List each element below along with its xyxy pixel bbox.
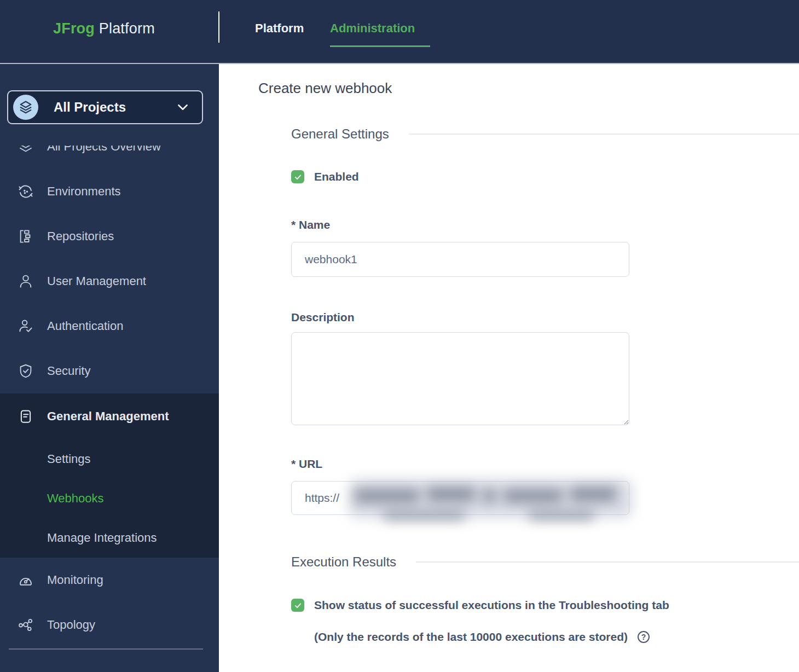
document-icon	[16, 407, 35, 426]
sidebar-item-general-management[interactable]: General Management	[0, 393, 219, 439]
tab-platform[interactable]: Platform	[255, 21, 304, 36]
webhook-form: General Settings Enabled * Name Descript…	[291, 126, 799, 645]
sidebar-item-monitoring[interactable]: Monitoring	[0, 558, 219, 603]
description-label: Description	[291, 310, 799, 325]
project-selector-label: All Projects	[54, 100, 126, 115]
user-check-icon	[16, 317, 35, 335]
general-management-section: General Management Settings Webhooks Man…	[0, 393, 219, 558]
section-title: Execution Results	[291, 554, 396, 570]
all-projects-avatar	[13, 95, 38, 120]
sidebar-item-label: General Management	[47, 409, 169, 424]
tab-active-underline	[330, 45, 430, 47]
enabled-label: Enabled	[314, 170, 359, 183]
sidebar-item-label: Environments	[47, 184, 121, 199]
enabled-row: Enabled	[291, 170, 799, 183]
project-selector[interactable]: All Projects	[7, 90, 203, 124]
tab-administration[interactable]: Administration	[330, 21, 415, 36]
url-field-wrapper	[291, 481, 629, 515]
sidebar-scroll-clip: All Projects Overview	[0, 146, 219, 160]
sidebar-item-webhooks[interactable]: Webhooks	[0, 479, 219, 518]
section-title: General Settings	[291, 126, 389, 142]
show-status-row: Show status of successful executions in …	[291, 599, 799, 612]
repositories-icon	[16, 227, 35, 246]
gauge-icon	[16, 571, 35, 589]
execution-note-row: (Only the records of the last 10000 exec…	[291, 629, 799, 645]
help-icon[interactable]: ?	[638, 631, 650, 643]
admin-sidebar: All Projects All Projects Overview	[0, 64, 219, 672]
sidebar-item-settings[interactable]: Settings	[0, 439, 219, 479]
sidebar-item-security[interactable]: Security	[0, 349, 219, 393]
name-label: * Name	[291, 218, 799, 232]
sidebar-item-label: User Management	[47, 274, 146, 288]
section-divider	[409, 134, 799, 135]
sidebar-item-label: Repositories	[47, 229, 114, 244]
execution-results-section-header: Execution Results	[291, 554, 799, 570]
check-icon	[293, 172, 303, 182]
sidebar-item-authentication[interactable]: Authentication	[0, 304, 219, 349]
overview-icon	[16, 146, 35, 156]
logo-jfrog-text: JFrog	[53, 20, 95, 37]
name-input[interactable]	[291, 242, 629, 277]
sidebar-item-topology[interactable]: Topology	[0, 603, 219, 647]
user-icon	[16, 272, 35, 291]
jfrog-logo: JFrog Platform	[53, 20, 155, 37]
show-status-checkbox[interactable]	[291, 599, 304, 612]
sidebar-item-label: Monitoring	[47, 573, 103, 587]
shield-check-icon	[16, 362, 35, 380]
main-content: Create new webhook General Settings Enab…	[219, 64, 799, 672]
header-divider	[218, 11, 219, 43]
execution-note: (Only the records of the last 10000 exec…	[314, 629, 628, 645]
sidebar-item-label: Authentication	[47, 319, 123, 333]
enabled-checkbox[interactable]	[291, 170, 304, 183]
sidebar-item-all-projects-overview[interactable]: All Projects Overview	[0, 146, 219, 160]
sidebar-item-label: Topology	[47, 618, 95, 632]
layers-icon	[18, 100, 33, 115]
show-status-label: Show status of successful executions in …	[314, 599, 669, 612]
general-settings-section-header: General Settings	[291, 126, 799, 142]
page-title: Create new webhook	[258, 80, 799, 96]
description-textarea[interactable]	[291, 332, 629, 425]
topology-icon	[16, 616, 35, 634]
sidebar-divider	[9, 648, 203, 650]
check-icon	[293, 601, 303, 610]
environments-icon	[16, 182, 35, 201]
url-label: * URL	[291, 457, 799, 471]
sidebar-item-manage-integrations[interactable]: Manage Integrations	[0, 518, 219, 558]
logo-platform-text: Platform	[99, 20, 155, 37]
chevron-down-icon	[176, 100, 190, 114]
app-header: JFrog Platform Platform Administration	[0, 0, 799, 64]
sidebar-item-label: Security	[47, 364, 90, 378]
sidebar-item-environments[interactable]: Environments	[0, 169, 219, 214]
sidebar-item-label: All Projects Overview	[47, 146, 161, 154]
sidebar-item-user-management[interactable]: User Management	[0, 259, 219, 304]
section-divider	[416, 561, 799, 563]
url-input[interactable]	[291, 481, 629, 515]
sidebar-item-repositories[interactable]: Repositories	[0, 214, 219, 259]
